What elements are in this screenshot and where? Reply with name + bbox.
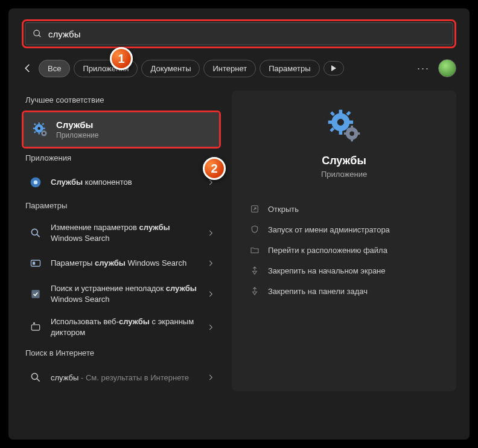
settings-result-3[interactable]: Использовать веб-службы с экранным дикто… [22, 310, 221, 344]
action-label: Закрепить на начальном экране [268, 266, 386, 275]
svg-rect-30 [328, 121, 333, 124]
search-box-highlight [22, 19, 456, 48]
section-web-title: Поиск в Интернете [22, 348, 221, 357]
svg-point-27 [337, 119, 344, 126]
pin-icon [250, 266, 260, 275]
tab-more-play[interactable] [323, 61, 344, 75]
chevron-right-icon [206, 290, 215, 298]
section-best-match-title: Лучшее соответствие [22, 95, 221, 104]
search-bar[interactable] [25, 22, 453, 45]
result-label: Службы компонентов [51, 177, 199, 188]
svg-rect-41 [357, 132, 360, 135]
svg-point-16 [34, 181, 38, 185]
svg-rect-5 [39, 122, 40, 124]
detail-gear-icon [326, 107, 362, 144]
filter-tabs-row: Все Приложения Документы Интернет Параме… [22, 59, 456, 77]
svg-rect-32 [330, 111, 335, 116]
best-match-subtitle: Приложение [56, 131, 98, 139]
settings-result-1[interactable]: Параметры службы Windows Search [22, 249, 221, 277]
svg-rect-40 [344, 132, 347, 135]
svg-marker-2 [331, 65, 336, 71]
detail-title: Службы [246, 155, 442, 167]
section-settings-title: Параметры [22, 201, 221, 210]
more-options-button[interactable]: ··· [413, 62, 433, 75]
settings-result-0[interactable]: Изменение параметров службы Windows Sear… [22, 216, 221, 249]
svg-line-1 [39, 35, 40, 37]
svg-line-25 [37, 379, 40, 382]
action-open-file-location[interactable]: Перейти к расположению файла [246, 240, 442, 260]
result-label: Параметры службы Windows Search [51, 258, 199, 269]
svg-rect-20 [33, 262, 35, 265]
action-pin-to-start[interactable]: Закрепить на начальном экране [246, 261, 442, 280]
svg-rect-8 [43, 127, 45, 129]
settings-icon [28, 225, 43, 241]
chevron-right-icon [206, 373, 215, 382]
result-label: Поиск и устранение неполадок службы Wind… [51, 283, 199, 304]
settings-icon [28, 286, 43, 302]
svg-rect-22 [31, 325, 39, 330]
settings-icon [28, 319, 43, 335]
svg-rect-11 [42, 123, 44, 125]
svg-rect-38 [351, 126, 353, 129]
results-column: Лучшее соответствие Службы Приложение 2 … [22, 91, 221, 391]
svg-line-18 [37, 234, 40, 237]
tab-all[interactable]: Все [39, 60, 70, 77]
action-run-as-admin[interactable]: Запуск от имени администратора [246, 220, 442, 239]
svg-rect-31 [349, 121, 354, 124]
pin-icon [250, 286, 260, 296]
web-result-0[interactable]: службы - См. результаты в Интернете [22, 363, 221, 391]
svg-point-23 [33, 322, 35, 324]
open-icon [250, 204, 260, 214]
app-result-component-services[interactable]: Службы компонентов [22, 168, 221, 196]
svg-rect-19 [31, 260, 40, 266]
svg-rect-21 [31, 290, 39, 298]
svg-point-0 [34, 30, 39, 36]
section-apps-title: Приложения [22, 153, 221, 162]
svg-rect-9 [34, 123, 36, 126]
svg-point-14 [43, 132, 45, 135]
svg-rect-6 [39, 132, 40, 135]
best-match-title: Службы [56, 120, 98, 130]
svg-rect-7 [33, 127, 36, 129]
best-match-result[interactable]: Службы Приложение [24, 112, 219, 147]
detail-subtitle: Приложение [246, 170, 442, 179]
svg-rect-34 [346, 111, 351, 116]
settings-result-2[interactable]: Поиск и устранение неполадок службы Wind… [22, 277, 221, 310]
services-gear-icon [32, 121, 49, 138]
action-open[interactable]: Открыть [246, 199, 442, 219]
user-avatar[interactable] [438, 59, 456, 77]
result-label: Использовать веб-службы с экранным дикто… [51, 316, 199, 338]
svg-rect-28 [339, 110, 343, 115]
tab-documents[interactable]: Документы [141, 60, 200, 77]
annotation-badge-2: 2 [203, 157, 226, 180]
folder-icon [250, 245, 260, 255]
settings-icon [28, 255, 43, 271]
search-icon [33, 29, 42, 39]
back-button[interactable] [22, 62, 34, 74]
shield-icon [250, 225, 260, 234]
svg-rect-12 [34, 131, 36, 133]
component-services-icon [28, 174, 43, 190]
action-pin-to-taskbar[interactable]: Закрепить на панели задач [246, 281, 442, 301]
chevron-right-icon [206, 229, 215, 237]
chevron-right-icon [206, 323, 215, 331]
action-label: Запуск от имени администратора [268, 225, 390, 234]
svg-point-4 [37, 127, 40, 130]
best-match-highlight: Службы Приложение [22, 110, 221, 149]
detail-panel: Службы Приложение Открыть Запуск от имен… [232, 91, 456, 391]
chevron-right-icon [206, 259, 215, 267]
tab-internet[interactable]: Интернет [203, 60, 256, 77]
search-input[interactable] [48, 29, 445, 39]
tab-settings[interactable]: Параметры [260, 60, 319, 77]
action-label: Закрепить на панели задач [268, 287, 368, 296]
svg-rect-39 [351, 139, 353, 142]
action-label: Открыть [268, 205, 299, 214]
action-label: Перейти к расположению файла [268, 246, 387, 255]
result-label: службы - См. результаты в Интернете [51, 373, 199, 383]
svg-point-37 [349, 131, 354, 136]
svg-rect-29 [339, 130, 343, 135]
result-label: Изменение параметров службы Windows Sear… [51, 222, 199, 243]
search-icon [28, 370, 43, 385]
annotation-badge-1: 1 [110, 47, 133, 70]
